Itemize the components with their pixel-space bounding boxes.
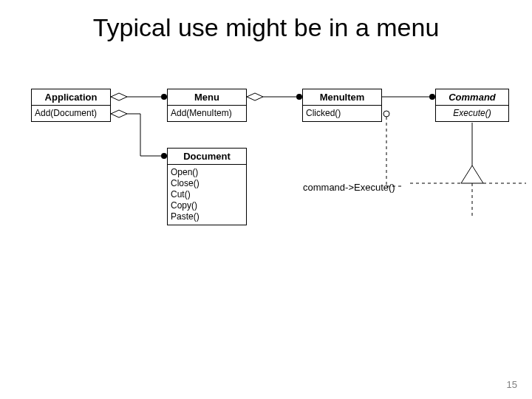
doc-op-cut: Cut() [171,189,243,200]
class-menuitem-ops: Clicked() [303,106,381,121]
class-menu-ops: Add(MenuItem) [168,106,246,121]
doc-op-paste: Paste() [171,211,243,222]
class-application: Application Add(Document) [31,89,111,122]
class-application-name: Application [32,89,110,106]
class-document-name: Document [168,149,246,165]
svg-point-7 [429,94,435,100]
class-menuitem: MenuItem Clicked() [302,89,382,122]
page-number: 15 [507,379,517,390]
svg-marker-0 [111,93,127,100]
inherit-command [410,123,526,216]
assoc-menu-menuitem [247,93,302,100]
note-command-execute: command->Execute() [303,182,395,193]
doc-op-copy: Copy() [171,200,243,211]
svg-marker-8 [111,110,127,117]
svg-marker-3 [247,93,263,100]
class-command: Command Execute() [435,89,509,122]
class-menu-name: Menu [168,89,246,106]
doc-op-close: Close() [171,178,243,189]
doc-op-open: Open() [171,167,243,178]
svg-point-5 [296,94,302,100]
link-clicked-note [383,111,403,186]
svg-point-12 [161,153,167,159]
svg-point-2 [161,94,167,100]
diagram-connectors [0,0,532,399]
svg-point-13 [383,111,389,117]
svg-marker-17 [461,166,483,183]
assoc-menuitem-command [382,94,435,100]
slide-title: Typical use might be in a menu [0,13,532,42]
class-menu: Menu Add(MenuItem) [167,89,247,122]
class-application-ops: Add(Document) [32,106,110,121]
class-command-ops: Execute() [436,106,508,121]
assoc-application-menu [111,93,167,100]
class-command-name: Command [436,89,508,106]
class-document: Document Open() Close() Cut() Copy() Pas… [167,148,247,225]
assoc-application-document [111,110,167,159]
class-menuitem-name: MenuItem [303,89,381,106]
class-document-ops: Open() Close() Cut() Copy() Paste() [168,165,246,225]
